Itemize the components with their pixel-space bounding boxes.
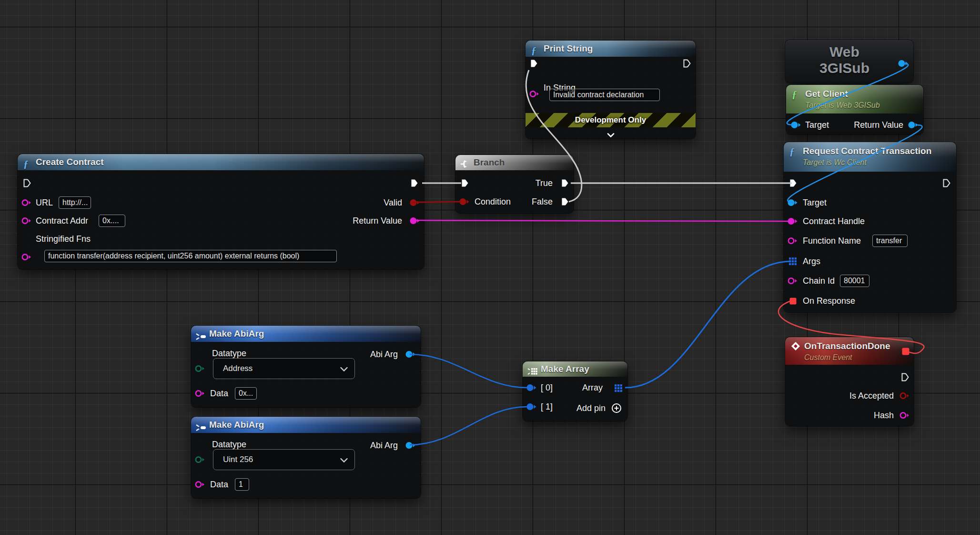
exec-out-pin[interactable] [901,373,909,383]
node-header: ƒ Get Client Target is Web 3GISub [786,85,923,113]
datatype-enum-pin[interactable] [195,456,205,465]
node-header: ƒ Create Contract [18,154,424,170]
wire-object-abiarg1-makearray-0[interactable] [410,354,527,388]
node-title: Branch [474,155,505,170]
add-pin-icon[interactable] [611,403,622,415]
wire-string-returnvalue-contracthandle[interactable] [413,220,789,221]
exec-out-pin[interactable] [943,179,950,189]
function-name-value-field[interactable]: transfer [872,235,908,247]
pin-label-target: Target [805,119,829,131]
development-only-banner: Development Only [525,113,696,127]
abi-arg-pin[interactable] [405,442,416,451]
make-array-icon [527,365,538,377]
function-icon: ƒ [789,146,795,158]
function-icon: ƒ [792,89,797,101]
pin-label-stringified-fns: Stringified Fns [36,233,91,245]
data-pin[interactable] [195,390,205,399]
node-get-client[interactable]: ƒ Get Client Target is Web 3GISub Target… [786,85,923,134]
blueprint-canvas[interactable]: ƒ Print String In String Invalid contrac… [0,0,980,535]
chevron-down-icon [340,367,348,371]
web3gisub-output-pin[interactable] [898,60,909,69]
pin-label-hash: Hash [874,410,894,421]
contract-handle-pin[interactable] [788,217,798,227]
pin-label-data: Data [210,388,228,399]
condition-pin[interactable] [459,198,470,207]
node-make-abiarg-1[interactable]: Make AbiArg Datatype Address Abi Arg Dat… [191,326,421,407]
is-accepted-pin[interactable] [899,392,910,401]
contract-addr-value-field[interactable]: 0x.... [99,215,125,227]
wire-object-abiarg2-makearray-1[interactable] [410,407,527,445]
target-pin[interactable] [791,121,801,131]
node-make-array[interactable]: Make Array [ 0] [ 1] Array Add pin [523,361,627,421]
return-value-pin[interactable] [410,217,420,226]
node-header: Make AbiArg [191,326,421,342]
datatype-dropdown[interactable]: Address [213,358,355,379]
url-pin[interactable] [21,199,32,208]
pin-label-datatype: Datatype [212,348,246,359]
function-icon: ƒ [23,156,29,170]
pin-label-abi-arg: Abi Arg [370,349,398,360]
valid-pin[interactable] [410,199,420,208]
stringified-fns-pin[interactable] [21,253,32,263]
node-title: Print String [544,41,593,57]
exec-out-pin[interactable] [411,179,418,189]
data-value-field[interactable]: 1 [235,478,249,491]
node-title: Create Contract [36,154,104,170]
function-name-pin[interactable] [788,237,798,247]
chain-id-pin[interactable] [788,277,798,287]
node-print-string[interactable]: ƒ Print String In String Invalid contrac… [525,41,696,139]
node-subtitle: Target is Web 3GISub [805,100,880,111]
exec-out-pin[interactable] [683,59,691,70]
add-pin-label[interactable]: Add pin [576,402,606,414]
chain-id-value-field[interactable]: 80001 [840,275,869,287]
function-icon: ƒ [531,42,536,57]
exec-in-pin[interactable] [23,179,31,189]
wire-array-makearray-rct-args[interactable] [625,261,791,388]
exec-in-pin[interactable] [461,179,469,189]
exec-in-pin[interactable] [789,179,797,189]
node-title: OnTransactionDone [804,340,890,352]
node-header: Make Array [523,361,627,377]
node-branch[interactable]: Branch Condition True False [455,155,574,213]
pin-label-args: Args [803,256,820,267]
node-create-contract[interactable]: ƒ Create Contract URL http://... Contrac… [18,154,424,269]
target-pin[interactable] [788,199,798,208]
data-pin[interactable] [195,481,205,490]
element-1-pin[interactable] [526,403,537,412]
element-0-pin[interactable] [526,384,537,393]
datatype-dropdown[interactable]: Uint 256 [213,449,355,470]
array-output-pin[interactable] [615,384,622,394]
url-value-field[interactable]: http://... [59,196,91,209]
node-make-abiarg-2[interactable]: Make AbiArg Datatype Uint 256 Abi Arg Da… [191,417,421,498]
expand-advanced-chevron-icon[interactable] [607,131,615,139]
in-string-value-field[interactable]: Invalid contract declaration [549,89,660,101]
abi-arg-pin[interactable] [405,350,416,360]
variable-name-line2: 3GISub [785,60,904,76]
pin-label-true: True [535,177,553,189]
exec-in-pin[interactable] [530,59,538,70]
on-response-delegate-pin[interactable] [789,298,797,307]
pin-label-array: Array [582,382,603,393]
delegate-output-pin[interactable] [902,348,909,357]
true-exec-pin[interactable] [561,179,569,189]
args-array-pin[interactable] [789,257,797,267]
datatype-selected-value: Address [223,364,253,373]
make-struct-icon [196,330,206,342]
node-web3gisub-variable[interactable]: Web 3GISub [785,40,913,83]
node-request-contract-transaction[interactable]: ƒ Request Contract Transaction Target is… [784,142,956,312]
node-on-transaction-done[interactable]: OnTransactionDone Custom Event Is Accept… [785,337,914,426]
node-header: Branch [455,155,574,170]
custom-event-icon [791,341,800,353]
pin-label-target: Target [803,197,827,208]
pin-label-contract-addr: Contract Addr [36,215,88,226]
contract-addr-pin[interactable] [21,217,32,226]
in-string-pin[interactable] [529,90,540,100]
data-value-field[interactable]: 0x... [235,387,257,400]
false-exec-pin[interactable] [561,197,569,208]
pin-label-datatype: Datatype [212,439,246,450]
datatype-enum-pin[interactable] [195,365,205,374]
hash-pin[interactable] [899,412,910,421]
return-value-pin[interactable] [908,121,919,131]
stringified-fns-value-field[interactable]: function transfer(address recipient, uin… [44,250,337,262]
node-title: Get Client [805,88,848,100]
